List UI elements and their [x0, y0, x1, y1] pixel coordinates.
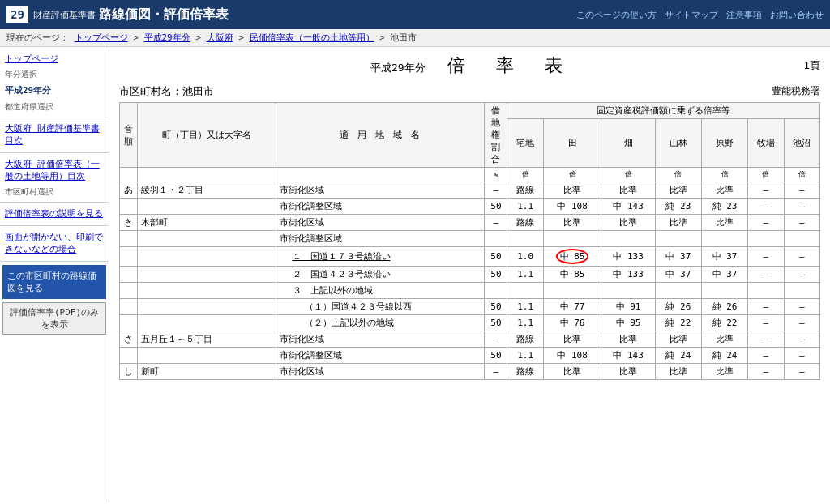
city-name: 市区町村名：池田市 — [119, 84, 214, 99]
cell-paddy: 中 143 — [601, 348, 656, 364]
sidebar-section-pref: 都道府県選択 — [0, 100, 109, 114]
cell-pasture: ― — [748, 215, 784, 231]
cell-ratio: 50 — [485, 348, 507, 364]
cell-order — [120, 283, 138, 299]
th-mountain: 山林 — [655, 119, 701, 168]
cell-area: 市街化区域 — [276, 364, 485, 380]
sidebar-item-print[interactable]: 画面が開かない、印刷できないなどの場合 — [0, 229, 109, 258]
cell-pond — [784, 283, 819, 299]
cell-field: 中 85 — [543, 267, 601, 283]
sidebar-item-h29[interactable]: 平成29年分 — [0, 82, 109, 99]
breadcrumb-pref[interactable]: 大阪府 — [207, 32, 233, 43]
cell-field: 中 85 — [543, 247, 601, 267]
th-unit-paddy: 倍 — [601, 168, 656, 182]
cell-area: 市街化区域 — [276, 331, 485, 348]
cell-pasture: ― — [748, 299, 784, 315]
cell-paddy — [601, 283, 656, 299]
cell-pasture: ― — [748, 348, 784, 364]
cell-town — [138, 348, 276, 364]
th-wild: 原野 — [701, 119, 747, 168]
cell-order — [120, 247, 138, 267]
cell-town — [138, 299, 276, 315]
th-unit-wild: 倍 — [701, 168, 747, 182]
th-pond: 池沼 — [784, 119, 819, 168]
cell-area: ２ 国道４２３号線沿い — [276, 267, 485, 283]
cell-field: 中 108 — [543, 199, 601, 215]
sidebar-item-map-btn[interactable]: この市区町村の路線価図を見る — [2, 265, 106, 300]
cell-wild: 純 26 — [701, 299, 747, 315]
cell-mountain: 純 24 — [655, 348, 701, 364]
cell-town: 木部町 — [138, 215, 276, 231]
link-notice[interactable]: 注意事項 — [726, 9, 762, 21]
link-sitemap[interactable]: サイトマップ — [665, 9, 718, 21]
cell-ratio: 50 — [485, 299, 507, 315]
cell-order: し — [120, 364, 138, 380]
cell-pasture: ― — [748, 331, 784, 348]
cell-wild — [701, 231, 747, 247]
cell-field: 比準 — [543, 364, 601, 380]
cell-ratio: ― — [485, 215, 507, 231]
table-row: （１）国道４２３号線以西 50 1.1 中 77 中 91 純 26 純 26 … — [120, 299, 820, 315]
th-unit-town — [138, 168, 276, 182]
cell-order — [120, 299, 138, 315]
cell-ratio: ― — [485, 182, 507, 199]
cell-residential: 路線 — [507, 364, 543, 380]
sidebar-section-city: 市区町村選択 — [0, 185, 109, 199]
cell-wild: 比準 — [701, 182, 747, 199]
th-unit-field: 倍 — [543, 168, 601, 182]
cell-mountain: 中 37 — [655, 267, 701, 283]
cell-pond: ― — [784, 199, 819, 215]
cell-mountain: 中 37 — [655, 247, 701, 267]
cell-area: 市街化区域 — [276, 182, 485, 199]
cell-area: ３ 上記以外の地域 — [276, 283, 485, 299]
main-table: 音順 町（丁目）又は大字名 適 用 地 域 名 借地権割合 固定資産税評価額に乗… — [119, 102, 820, 380]
cell-residential: 1.1 — [507, 315, 543, 331]
breadcrumb-table-type[interactable]: 民価倍率表（一般の土地等用） — [250, 32, 374, 43]
th-ratio: 借地権割合 — [485, 103, 507, 168]
cell-mountain: 比準 — [655, 331, 701, 348]
cell-mountain — [655, 283, 701, 299]
cell-ratio: ― — [485, 331, 507, 348]
sidebar-item-osaka-index[interactable]: 大阪府 財産評価基準書目次 — [0, 120, 109, 150]
th-unit-mountain: 倍 — [655, 168, 701, 182]
cell-pond: ― — [784, 299, 819, 315]
cell-wild: 比準 — [701, 215, 747, 231]
cell-town — [138, 231, 276, 247]
cell-ratio: ― — [485, 364, 507, 380]
cell-town: 綾羽１・２丁目 — [138, 182, 276, 199]
table-row: 市街化調整区域 50 1.1 中 108 中 143 純 23 純 23 ― ― — [120, 199, 820, 215]
cell-paddy: 中 133 — [601, 267, 656, 283]
sidebar-item-pdf-btn[interactable]: 評価倍率率(PDF)のみを表示 — [2, 302, 106, 335]
cell-area: （１）国道４２３号線以西 — [276, 299, 485, 315]
cell-pond: ― — [784, 247, 819, 267]
cell-pond: ― — [784, 348, 819, 364]
sidebar-item-osaka-rate[interactable]: 大阪府 評価倍率表（一般の土地等用）目次 — [0, 156, 109, 186]
link-contact[interactable]: お問い合わせ — [770, 9, 824, 21]
breadcrumb-year[interactable]: 平成29年分 — [144, 32, 190, 43]
cell-field: 中 77 — [543, 299, 601, 315]
header-number: 29 — [6, 6, 28, 23]
th-unit-ratio: % — [485, 168, 507, 182]
cell-ratio: 50 — [485, 199, 507, 215]
sidebar: トップページ 年分選択 平成29年分 都道府県選択 大阪府 財産評価基準書目次 … — [0, 47, 109, 502]
sidebar-item-top[interactable]: トップページ — [0, 50, 109, 67]
table-row: 市街化調整区域 — [120, 231, 820, 247]
cell-area: 市街化調整区域 — [276, 199, 485, 215]
breadcrumb: 現在のページ： トップページ > 平成29年分 > 大阪府 > 民価倍率表（一般… — [0, 29, 830, 47]
cell-mountain: 比準 — [655, 364, 701, 380]
cell-residential — [507, 231, 543, 247]
table-row: （２）上記以外の地域 50 1.1 中 76 中 95 純 22 純 22 ― … — [120, 315, 820, 331]
sidebar-item-explain[interactable]: 評価倍率表の説明を見る — [0, 205, 109, 222]
link-usage[interactable]: このページの使い方 — [576, 9, 657, 21]
cell-ratio — [485, 231, 507, 247]
cell-order: き — [120, 215, 138, 231]
header-title: 路線価図・評価倍率表 — [99, 6, 576, 23]
cell-order — [120, 267, 138, 283]
cell-wild — [701, 283, 747, 299]
cell-area: 市街化区域 — [276, 215, 485, 231]
cell-order — [120, 231, 138, 247]
cell-residential: 1.1 — [507, 348, 543, 364]
th-unit-residential: 倍 — [507, 168, 543, 182]
breadcrumb-top[interactable]: トップページ — [75, 32, 128, 43]
th-unit-order — [120, 168, 138, 182]
